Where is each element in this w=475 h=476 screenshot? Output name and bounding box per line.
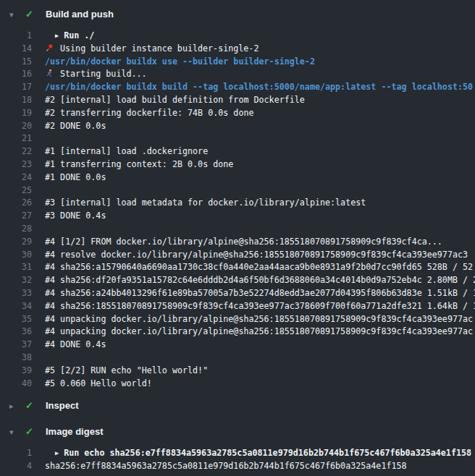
line-number: 14 [0, 43, 32, 56]
section-header-build-and-push[interactable]: ▾✓Build and push [0, 7, 475, 22]
log-text-content: #4 unpacking docker.io/library/alpine@sh… [45, 314, 473, 324]
log-text: #1 transferring context: 2B 0.0s done [45, 158, 233, 171]
section-header-image-digest[interactable]: ▾✓Image digest [0, 425, 475, 439]
log-text: #4 [1/2] FROM docker.io/library/alpine@s… [45, 236, 442, 249]
expand-marker-icon[interactable]: ▶ [55, 447, 59, 460]
line-number: 4 [0, 460, 32, 473]
log-text: /usr/bin/docker buildx build --tag local… [45, 81, 473, 94]
line-number: 30 [0, 249, 32, 262]
log-lines-image-digest: 1▶Run echo sha256:e7ff8834a5963a2785c5a0… [0, 447, 475, 473]
log-line: 4sha256:e7ff8834a5963a2785c5a0811e979d16… [0, 460, 475, 473]
log-line: 34#4 sha256:185518070891758909c9f839cf4c… [0, 300, 475, 313]
chevron-down-icon[interactable]: ▾ [9, 425, 18, 439]
line-number: 24 [0, 171, 32, 184]
log-text: #4 resolve docker.io/library/alpine@sha2… [45, 249, 468, 262]
log-text-content: #2 [internal] load build definition from… [45, 95, 305, 105]
log-text: ▶Run ./ [45, 30, 94, 43]
log-text-content: #3 DONE 0.4s [45, 211, 106, 221]
line-number: 29 [0, 236, 32, 249]
line-number: 33 [0, 287, 32, 300]
log-line: 27#3 DONE 0.4s [0, 210, 475, 223]
log-line: 30#4 resolve docker.io/library/alpine@sh… [0, 249, 475, 262]
line-number: 20 [0, 120, 32, 133]
line-number: 34 [0, 300, 32, 313]
log-text-content: #1 transferring context: 2B 0.0s done [45, 159, 233, 169]
log-text-content: #5 [2/2] RUN echo "Hello world!" [45, 365, 208, 375]
log-line: 33#4 sha256:a24bb4013296f61e89ba57005a7b… [0, 287, 475, 300]
log-text-content: #2 transferring dockerfile: 74B 0.0s don… [45, 108, 254, 118]
pushpin-icon [45, 43, 55, 52]
line-number: 18 [0, 94, 32, 107]
log-line: 23#1 transferring context: 2B 0.0s done [0, 158, 475, 171]
log-line: 37#4 DONE 0.4s [0, 339, 475, 352]
line-number: 31 [0, 261, 32, 274]
line-number: 39 [0, 365, 32, 378]
log-line: 35#4 unpacking docker.io/library/alpine@… [0, 313, 475, 326]
log-text: #5 [2/2] RUN echo "Hello world!" [45, 365, 208, 378]
section-build-and-push: ▾✓Build and push1▶Run ./14Using builder … [0, 7, 475, 390]
log-text-content: #3 [internal] load metadata for docker.i… [45, 197, 366, 208]
log-text: #5 0.060 Hello world! [45, 378, 152, 391]
log-line: 18#2 [internal] load build definition fr… [0, 94, 475, 107]
line-number: 17 [0, 81, 32, 94]
log-line: 31#4 sha256:a15790640a6690aa1730c38cf0a4… [0, 261, 475, 274]
log-line: 24#1 DONE 0.0s [0, 171, 475, 184]
section-title: Inspect [46, 399, 79, 413]
chevron-right-icon[interactable]: ▸ [9, 399, 18, 413]
log-text-content: #4 sha256:df20fa9351a15782c64e6dddb2d4a6… [45, 275, 475, 285]
log-line: 1▶Run echo sha256:e7ff8834a5963a2785c5a0… [0, 447, 475, 460]
line-number: 19 [0, 107, 32, 120]
log-line: 29#4 [1/2] FROM docker.io/library/alpine… [0, 236, 475, 249]
log-text-content: /usr/bin/docker buildx use --builder bui… [45, 56, 315, 67]
log-line: 1▶Run ./ [0, 30, 475, 43]
log-lines-build-and-push: 1▶Run ./14Using builder instance builder… [0, 30, 475, 390]
log-text-content: /usr/bin/docker buildx build --tag local… [45, 82, 473, 92]
log-text: /usr/bin/docker buildx use --builder bui… [45, 56, 315, 69]
log-text: #2 transferring dockerfile: 74B 0.0s don… [45, 107, 254, 120]
line-number: 25 [0, 184, 32, 197]
log-text-content: #1 [internal] load .dockerignore [45, 146, 208, 156]
log-text: #3 [internal] load metadata for docker.i… [45, 197, 366, 210]
log-text: #4 DONE 0.4s [45, 339, 106, 352]
log-line: 14Using builder instance builder-single-… [0, 43, 475, 56]
log-text-content: #4 sha256:a15790640a6690aa1730c38cf0a440… [45, 262, 473, 272]
log-text: #4 sha256:a24bb4013296f61e89ba57005a7b3e… [45, 287, 475, 300]
log-line: 20#2 DONE 0.0s [0, 120, 475, 133]
line-number: 1 [0, 447, 32, 460]
log-text-content: #2 DONE 0.0s [45, 121, 106, 131]
line-number: 22 [0, 145, 32, 158]
line-number: 16 [0, 68, 32, 81]
line-number: 38 [0, 352, 32, 365]
log-line: 21 [0, 132, 475, 145]
log-line: 28 [0, 223, 475, 236]
log-text: sha256:e7ff8834a5963a2785c5a0811e979d16b… [45, 460, 407, 473]
log-line: 39#5 [2/2] RUN echo "Hello world!" [0, 365, 475, 378]
log-text-content: #4 resolve docker.io/library/alpine@sha2… [45, 250, 468, 260]
check-icon: ✓ [25, 425, 35, 439]
line-number: 37 [0, 339, 32, 352]
line-number: 28 [0, 223, 32, 236]
log-text: ▶Run echo sha256:e7ff8834a5963a2785c5a08… [45, 447, 471, 460]
line-number: 21 [0, 132, 32, 145]
runner-icon [45, 69, 55, 77]
line-number: 36 [0, 326, 32, 339]
log-text: #1 [internal] load .dockerignore [45, 145, 208, 158]
section-header-inspect[interactable]: ▸✓Inspect [0, 399, 475, 413]
line-number: 26 [0, 197, 32, 210]
log-text: #2 [internal] load build definition from… [45, 94, 305, 107]
log-line: 17/usr/bin/docker buildx build --tag loc… [0, 81, 475, 94]
log-text: Using builder instance builder-single-2 [45, 43, 258, 56]
line-number: 15 [0, 56, 32, 69]
log-line: 26#3 [internal] load metadata for docker… [0, 197, 475, 210]
log-text: #1 DONE 0.0s [45, 171, 106, 184]
log-text-content: #4 [1/2] FROM docker.io/library/alpine@s… [45, 237, 442, 247]
log-line: 15/usr/bin/docker buildx use --builder b… [0, 56, 475, 69]
log-text-content: #4 unpacking docker.io/library/alpine@sh… [45, 326, 473, 336]
expand-marker-icon[interactable]: ▶ [55, 30, 59, 43]
log-text-content: Run ./ [64, 30, 94, 41]
line-number: 1 [0, 30, 32, 43]
line-number: 40 [0, 378, 32, 391]
log-text-content: #5 0.060 Hello world! [45, 378, 152, 388]
chevron-down-icon[interactable]: ▾ [9, 7, 18, 22]
section-title: Build and push [46, 7, 114, 22]
